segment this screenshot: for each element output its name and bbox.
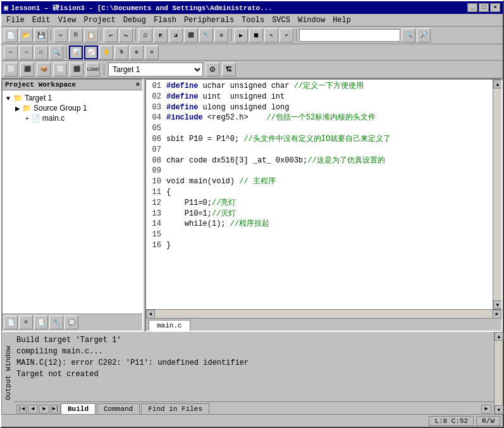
menu-peripherals[interactable]: Peripherals [180, 15, 238, 26]
view-btn2[interactable]: 📈 [84, 46, 98, 59]
open-file-button[interactable]: 📂 [19, 28, 33, 42]
output-line-1: Build target 'Target 1' [16, 334, 491, 346]
output-tab-bar: |◄ ◄ ► ►| Build Command Find in Files ► [14, 401, 494, 414]
toolbar-icon2[interactable]: ⬛ [20, 63, 34, 76]
output-nav-last[interactable]: ►| [51, 405, 61, 413]
step2-btn[interactable]: ↶ [280, 28, 293, 42]
panel-btn5[interactable]: 💬 [65, 315, 78, 329]
nav-btn3[interactable]: ⌂ [34, 46, 48, 59]
menu-file[interactable]: File [3, 15, 28, 26]
editor-with-scroll: 01 02 03 04 05 06 07 08 09 10 11 12 [146, 80, 501, 309]
editor-scrollbar-v[interactable]: ▲ ▼ [493, 80, 501, 309]
search-combo[interactable] [299, 29, 400, 42]
menu-debug[interactable]: Debug [120, 15, 150, 26]
view-btn5[interactable]: ⊕ [130, 46, 144, 59]
close-button[interactable]: × [490, 3, 500, 12]
forward-button[interactable]: → [19, 46, 33, 59]
scroll-down-btn[interactable]: ▼ [493, 300, 501, 309]
code-line-08: char code dx516[3] _at_ 0x003b;//这是为了仿真设… [166, 156, 491, 166]
scroll-track-v[interactable] [493, 89, 501, 300]
target-settings-btn[interactable]: ⚙ [206, 63, 219, 76]
menu-view[interactable]: View [54, 15, 80, 26]
cut-button[interactable]: ✂ [54, 28, 68, 42]
tree-item-mainc[interactable]: + 📄 main.c [5, 113, 140, 123]
output-nav-next[interactable]: ► [39, 405, 49, 413]
menu-help[interactable]: Help [329, 15, 355, 26]
build-btn4[interactable]: ⬛ [184, 28, 198, 42]
build-btn2[interactable]: ◩ [154, 28, 168, 42]
output-scrollbar-v[interactable]: ▲ ▼ [494, 332, 503, 414]
editor-content[interactable]: 01 02 03 04 05 06 07 08 09 10 11 12 [146, 80, 493, 309]
new-file-button[interactable]: 📄 [4, 28, 18, 42]
step-btn[interactable]: ↷ [264, 28, 278, 42]
scroll-up-btn[interactable]: ▲ [493, 80, 501, 89]
output-panel: Build target 'Target 1' compiling main.c… [14, 332, 494, 414]
scroll-right-btn[interactable]: ► [493, 310, 501, 319]
ln-06: 06 [147, 134, 161, 145]
status-mode: R/W [476, 416, 500, 426]
find-btn[interactable]: 🔍 [402, 28, 415, 42]
output-scroll-right[interactable]: ► [481, 405, 491, 413]
target-select[interactable]: Target 1 [108, 63, 203, 76]
output-scroll-up[interactable]: ▲ [495, 332, 503, 341]
output-nav-prev[interactable]: ◄ [28, 405, 38, 413]
build-btn5[interactable]: 🔧 [199, 28, 213, 42]
menu-tools[interactable]: Tools [238, 15, 268, 26]
expand-icon-mainc: + [25, 115, 29, 122]
menu-project[interactable]: Project [80, 15, 119, 26]
menu-window[interactable]: Window [294, 15, 329, 26]
undo-button[interactable]: ↩ [104, 28, 118, 42]
panel-btn4[interactable]: 🔧 [49, 315, 63, 329]
copy-button[interactable]: ⎘ [69, 28, 83, 42]
title-bar-controls: _ □ × [467, 3, 500, 12]
save-button[interactable]: 💾 [34, 28, 48, 42]
build-btn3[interactable]: ◪ [169, 28, 183, 42]
ln-11: 11 [147, 187, 161, 198]
output-scroll-track[interactable] [495, 341, 503, 405]
file-icon-mainc: 📄 [31, 114, 40, 123]
build-btn6[interactable]: ⚙ [214, 28, 228, 42]
tree-item-sourcegroup1[interactable]: ▶ 📁 Source Group 1 [5, 103, 140, 113]
toolbar-icon1[interactable]: ⬜ [4, 63, 18, 76]
output-tab-build[interactable]: Build [61, 403, 95, 414]
toolbar-icon3[interactable]: 📦 [37, 63, 51, 76]
run-btn[interactable]: ▶ [234, 28, 248, 42]
editor-tab-mainc[interactable]: main.c [149, 320, 190, 331]
menu-svcs[interactable]: SVCS [268, 15, 294, 26]
editor-tab-bar: main.c [146, 318, 501, 331]
view-btn1[interactable]: 📊 [69, 46, 83, 59]
output-scroll-down[interactable]: ▼ [495, 405, 503, 414]
output-tab-command[interactable]: Command [97, 403, 140, 414]
view-btn4[interactable]: 🖰 [114, 46, 128, 59]
nav-btn4[interactable]: 🔍 [49, 46, 63, 59]
menu-edit[interactable]: Edit [28, 15, 54, 26]
back-button[interactable]: ← [4, 46, 18, 59]
project-panel-close[interactable]: × [135, 81, 140, 89]
scroll-track-h[interactable] [155, 310, 493, 318]
scroll-left-btn[interactable]: ◄ [146, 310, 155, 319]
view-btn6[interactable]: ⊙ [145, 46, 159, 59]
editor-scrollbar-h[interactable]: ◄ ► [146, 309, 501, 318]
stop-btn[interactable]: ⏹ [249, 28, 263, 42]
output-nav-first[interactable]: |◄ [16, 405, 27, 413]
toolbar-icon4[interactable]: ⬜ [53, 63, 67, 76]
find2-btn[interactable]: 🔎 [417, 28, 431, 42]
view-btn3[interactable]: ✋ [99, 46, 113, 59]
build-btn1[interactable]: ◫ [138, 28, 152, 42]
output-tab-findinfiles[interactable]: Find in Files [141, 403, 209, 414]
minimize-button[interactable]: _ [467, 3, 477, 12]
paste-button[interactable]: 📋 [84, 28, 98, 42]
menu-flash[interactable]: Flash [150, 15, 180, 26]
restore-button[interactable]: □ [479, 3, 489, 12]
panel-btn2[interactable]: ≡ [19, 315, 33, 329]
target-build-btn[interactable]: 🏗 [222, 63, 236, 76]
load-text-btn[interactable]: LOAD [86, 63, 100, 76]
panel-btn3[interactable]: 📑 [34, 315, 48, 329]
title-bar: ▣ lesson1 – 碑ision3 - [C:\Documents and … [1, 1, 503, 14]
toolbar2-sep1 [66, 47, 66, 58]
code-line-04: #include <reg52.h> //包括一个52标准内核的头文件 [166, 113, 491, 123]
tree-item-target1[interactable]: ▼ 📁 Target 1 [5, 93, 140, 103]
toolbar-icon5[interactable]: ⬛ [70, 63, 83, 76]
redo-button[interactable]: ↪ [119, 28, 133, 42]
panel-btn1[interactable]: 📄 [4, 315, 18, 329]
